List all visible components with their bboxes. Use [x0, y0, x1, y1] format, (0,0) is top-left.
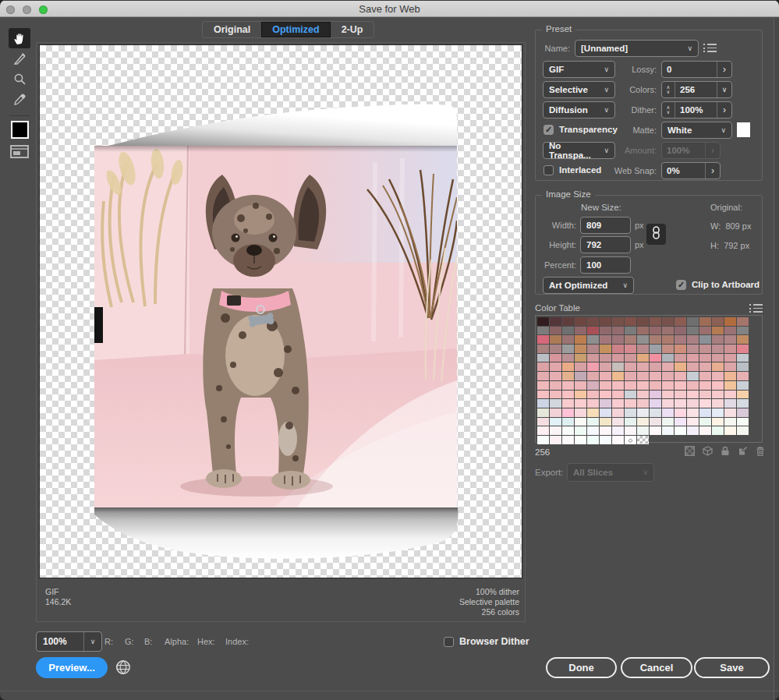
color-swatch[interactable] — [562, 426, 574, 435]
color-swatch[interactable] — [612, 418, 624, 426]
color-swatch[interactable] — [550, 345, 561, 353]
color-swatch[interactable] — [625, 391, 636, 399]
color-swatch[interactable] — [724, 408, 736, 417]
color-swatch[interactable] — [625, 418, 636, 426]
color-swatch[interactable] — [687, 399, 699, 408]
color-swatch[interactable] — [537, 327, 549, 335]
color-swatch[interactable] — [537, 362, 549, 371]
color-swatch[interactable] — [600, 335, 611, 344]
color-swatch[interactable] — [687, 372, 699, 380]
color-swatch[interactable] — [712, 381, 724, 390]
tab-original[interactable]: Original — [203, 22, 261, 37]
color-swatch[interactable] — [699, 381, 711, 390]
color-swatch[interactable] — [575, 327, 586, 335]
color-swatch[interactable] — [712, 327, 724, 335]
color-swatch[interactable] — [662, 345, 674, 353]
color-swatch[interactable] — [637, 408, 649, 417]
color-swatch[interactable] — [537, 335, 549, 344]
color-swatch[interactable] — [550, 426, 561, 435]
color-swatch[interactable] — [662, 317, 674, 326]
color-swatch[interactable] — [724, 362, 736, 371]
color-swatch[interactable] — [637, 426, 649, 435]
color-swatch[interactable] — [637, 372, 649, 380]
color-swatch[interactable] — [600, 391, 611, 399]
browser-preview-globe-icon[interactable] — [115, 659, 131, 678]
color-swatch[interactable] — [712, 408, 724, 417]
color-swatch[interactable] — [662, 399, 674, 408]
color-swatch[interactable] — [600, 436, 611, 444]
color-swatch[interactable] — [687, 391, 699, 399]
color-swatch[interactable] — [537, 345, 549, 353]
color-swatch[interactable] — [612, 335, 624, 344]
color-swatch[interactable] — [662, 381, 674, 390]
color-swatch[interactable] — [699, 391, 711, 399]
color-swatch[interactable] — [675, 317, 686, 326]
color-swatch[interactable] — [699, 399, 711, 408]
color-swatch[interactable] — [637, 327, 649, 335]
color-swatch[interactable] — [600, 317, 611, 326]
color-swatch[interactable] — [637, 436, 649, 444]
color-swatch[interactable] — [537, 426, 549, 435]
color-swatch[interactable] — [737, 381, 749, 390]
color-swatch[interactable] — [699, 426, 711, 435]
color-swatch[interactable] — [712, 362, 724, 371]
color-swatch[interactable] — [537, 354, 549, 362]
color-swatch[interactable] — [699, 372, 711, 380]
color-swatch[interactable] — [675, 327, 686, 335]
color-swatch[interactable] — [600, 327, 611, 335]
color-swatch[interactable] — [650, 317, 661, 326]
color-swatch[interactable] — [575, 381, 586, 390]
color-swatch[interactable] — [675, 372, 686, 380]
color-swatch[interactable] — [562, 436, 574, 444]
colors-dropdown-chevron[interactable]: ∨ — [717, 82, 731, 97]
percent-input[interactable]: 100 — [580, 256, 631, 274]
color-swatch[interactable] — [562, 418, 574, 426]
color-swatch[interactable] — [650, 354, 661, 362]
preview-button[interactable]: Preview... — [36, 657, 108, 678]
color-swatch[interactable] — [687, 327, 699, 335]
save-button[interactable]: Save — [694, 657, 770, 678]
color-swatch[interactable] — [612, 317, 624, 326]
color-swatch[interactable] — [575, 345, 586, 353]
color-swatch[interactable] — [637, 399, 649, 408]
color-swatch[interactable] — [662, 327, 674, 335]
color-swatch[interactable] — [625, 426, 636, 435]
color-swatch[interactable] — [737, 426, 749, 435]
color-swatch[interactable] — [575, 391, 586, 399]
color-swatch[interactable] — [724, 381, 736, 390]
color-swatch[interactable] — [737, 399, 749, 408]
done-button[interactable]: Done — [546, 657, 617, 678]
color-swatch[interactable] — [737, 418, 749, 426]
color-swatch[interactable] — [687, 381, 699, 390]
color-swatch[interactable] — [625, 345, 636, 353]
color-swatch[interactable] — [712, 399, 724, 408]
color-swatch[interactable] — [600, 372, 611, 380]
color-swatch[interactable] — [587, 381, 599, 390]
color-swatch[interactable] — [587, 408, 599, 417]
color-swatch[interactable] — [675, 391, 686, 399]
color-swatch[interactable] — [625, 317, 636, 326]
color-swatch[interactable] — [662, 372, 674, 380]
color-swatch[interactable] — [625, 381, 636, 390]
color-swatch[interactable] — [712, 345, 724, 353]
zoom-level-dropdown[interactable]: 100% ∨ — [36, 631, 102, 652]
color-swatch[interactable] — [724, 391, 736, 399]
color-swatch[interactable] — [650, 399, 661, 408]
color-swatch[interactable] — [737, 391, 749, 399]
color-swatch[interactable] — [612, 362, 624, 371]
tab-2up[interactable]: 2-Up — [331, 22, 374, 37]
color-swatch[interactable] — [662, 335, 674, 344]
color-swatch[interactable] — [650, 327, 661, 335]
color-swatch[interactable] — [575, 436, 586, 444]
color-swatch[interactable] — [675, 335, 686, 344]
colors-stepper[interactable]: ∧∨ — [662, 82, 675, 97]
color-swatch[interactable] — [687, 362, 699, 371]
color-swatch[interactable] — [724, 317, 736, 326]
color-swatch[interactable] — [724, 426, 736, 435]
color-swatch[interactable] — [625, 408, 636, 417]
color-swatch[interactable] — [550, 408, 561, 417]
color-swatch[interactable] — [712, 354, 724, 362]
color-swatch[interactable] — [637, 354, 649, 362]
color-swatch[interactable] — [575, 335, 586, 344]
color-swatch[interactable] — [699, 335, 711, 344]
